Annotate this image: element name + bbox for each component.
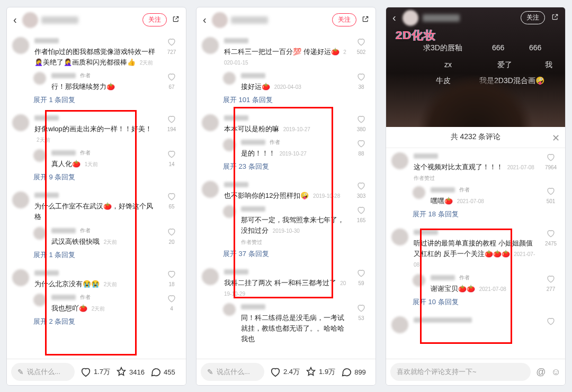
comment-time: 2021-07-08	[479, 286, 506, 292]
comment-text: 听过讲的最简单直接的教程 小姐姐颜值又杠杠的 反手一个关注🍅🍅🍅 2021-07…	[414, 238, 537, 270]
reply-row: 作者我也想吖🍅 2天前4	[7, 289, 186, 314]
comment-text: 也不影响你的12分照样扣🤪 2019-10-28	[224, 190, 347, 201]
share-icon[interactable]	[549, 12, 561, 23]
like-button[interactable]: 727	[163, 37, 181, 68]
like-count: 14	[168, 161, 174, 167]
nickname-row	[224, 268, 347, 276]
expand-replies-link[interactable]: 展开 1 条回复	[7, 92, 186, 110]
nickname-row	[34, 192, 157, 199]
comment-time: 2天前	[104, 281, 118, 287]
expand-replies-link[interactable]: 展开 1 条回复	[7, 247, 186, 265]
avatar[interactable]	[202, 181, 219, 198]
comment-input[interactable]: ✎ 说点什么...	[11, 363, 75, 381]
expand-replies-link[interactable]: 展开 37 条回复	[196, 246, 376, 264]
avatar[interactable]	[413, 274, 425, 287]
avatar[interactable]	[212, 12, 228, 28]
heart-icon	[167, 72, 176, 83]
like-button[interactable]: 380	[352, 114, 370, 134]
comment-text: 嘿嘿🍅 2021-07-08	[431, 196, 537, 206]
like-button[interactable]: 501	[542, 186, 560, 206]
like-button[interactable]: 194	[163, 114, 181, 145]
avatar[interactable]	[413, 186, 425, 199]
like-button[interactable]: 65	[163, 192, 181, 222]
expand-replies-link[interactable]: 展开 18 条回复	[386, 206, 565, 224]
like-button[interactable]: 4	[163, 294, 181, 314]
avatar[interactable]	[12, 269, 29, 286]
like-button[interactable]: 20	[163, 227, 181, 247]
share-icon[interactable]	[170, 14, 182, 25]
avatar[interactable]	[391, 229, 408, 245]
star-stat[interactable]: 3416	[115, 366, 145, 378]
like-count: 38	[358, 84, 364, 90]
nickname-row	[241, 72, 347, 79]
comment-input[interactable]: 喜欢就给个评论支持一下~	[390, 363, 531, 381]
comments-scroll[interactable]: 作者怕p过的图我都感觉像游戏特效一样🤦‍♀️美绝了🤦‍♀️画质和闪光都很棒👍 2…	[7, 33, 186, 359]
like-button[interactable]: 53	[352, 303, 370, 344]
star-stat[interactable]: 1.9万	[305, 366, 335, 378]
avatar[interactable]	[33, 149, 46, 162]
comment-input[interactable]: ✎ 说点什么...	[201, 363, 264, 381]
like-button[interactable]: 67	[163, 72, 181, 92]
like-button[interactable]: 38	[352, 72, 370, 92]
comments-scroll[interactable]: 这个视频对比太直观了！！！ 2021-07-08作者赞过7964作者嘿嘿🍅 20…	[386, 148, 565, 359]
avatar[interactable]	[223, 205, 236, 218]
like-button[interactable]: 88	[352, 139, 370, 159]
expand-replies-link[interactable]: 展开 9 条回复	[7, 169, 186, 187]
nickname-row: 作者	[51, 294, 157, 301]
avatar[interactable]	[223, 303, 236, 316]
follow-button[interactable]: 关注	[142, 13, 167, 26]
nickname-blurred	[431, 275, 455, 280]
like-button[interactable]: 14	[163, 149, 181, 169]
back-icon[interactable]: ‹	[201, 12, 209, 28]
avatar[interactable]	[223, 139, 236, 151]
username-blurred	[231, 16, 268, 24]
share-icon[interactable]	[360, 14, 371, 25]
like-button[interactable]: 502	[352, 37, 370, 68]
emoji-icon[interactable]: ☺	[551, 367, 561, 378]
avatar[interactable]	[33, 294, 46, 306]
like-count: 165	[357, 217, 366, 223]
bottom-bar: ✎ 说点什么... 1.7万 3416 455	[7, 359, 186, 385]
expand-replies-link[interactable]: 展开 10 条回复	[386, 294, 565, 312]
avatar[interactable]	[22, 12, 38, 28]
avatar[interactable]	[12, 192, 29, 208]
expand-replies-link[interactable]: 展开 101 条回复	[196, 92, 376, 110]
nickname-row	[224, 181, 347, 188]
like-button[interactable]: 303	[352, 181, 370, 201]
comment-time: 2019-10-29	[224, 280, 346, 297]
like-button[interactable]: 18	[163, 269, 181, 289]
avatar[interactable]	[202, 114, 219, 131]
avatar[interactable]	[391, 152, 408, 169]
comment-stat[interactable]: 899	[341, 366, 366, 378]
comment-stat[interactable]: 455	[150, 366, 175, 378]
expand-replies-link[interactable]: 展开 23 条回复	[196, 159, 376, 177]
like-button[interactable]: 7964	[542, 152, 560, 182]
avatar[interactable]	[33, 72, 46, 85]
avatar[interactable]	[202, 37, 219, 54]
like-button[interactable]: 59	[352, 268, 370, 299]
like-button[interactable]: 2475	[542, 229, 560, 270]
close-icon[interactable]: ✕	[552, 132, 560, 144]
back-icon[interactable]: ‹	[390, 10, 398, 26]
avatar[interactable]	[12, 37, 29, 54]
like-stat[interactable]: 2.4万	[270, 366, 300, 378]
avatar[interactable]	[12, 114, 29, 131]
expand-replies-link[interactable]: 展开 2 条回复	[7, 314, 186, 332]
like-button[interactable]: 165	[352, 205, 370, 245]
avatar[interactable]	[403, 10, 418, 26]
comment-sheet-header: 共 4232 条评论 ✕	[386, 127, 565, 148]
follow-button[interactable]: 关注	[332, 13, 356, 26]
follow-button[interactable]: 关注	[521, 11, 545, 24]
avatar[interactable]	[202, 268, 219, 285]
like-stat[interactable]: 1.7万	[80, 366, 110, 378]
comments-scroll[interactable]: 科二科三一把过一百分💯 传递好运🍅 2020-01-15502接好运🍅 2020…	[196, 33, 376, 359]
heart-icon	[356, 114, 366, 125]
comment-time: 2020-01-15	[224, 49, 346, 66]
like-button[interactable]: 277	[542, 274, 560, 294]
avatar[interactable]	[223, 72, 236, 85]
mention-icon[interactable]: @	[536, 367, 546, 378]
avatar[interactable]	[33, 227, 46, 240]
nickname-blurred	[414, 153, 438, 159]
comment-row: 这个视频对比太直观了！！！ 2021-07-08作者赞过7964	[386, 148, 565, 182]
back-icon[interactable]: ‹	[11, 12, 19, 28]
